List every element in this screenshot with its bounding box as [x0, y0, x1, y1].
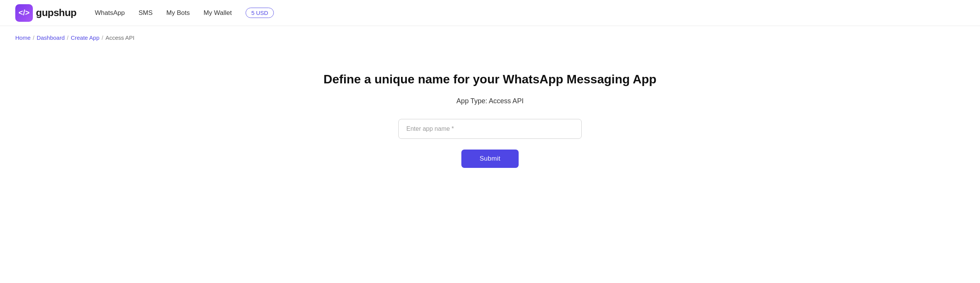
- logo-text: gupshup: [36, 7, 76, 19]
- app-type-label: App Type: Access API: [456, 97, 524, 105]
- breadcrumb-sep-2: /: [67, 35, 68, 41]
- wallet-badge[interactable]: 5 USD: [246, 8, 274, 18]
- logo-symbol: </>: [19, 8, 30, 17]
- breadcrumb-dashboard[interactable]: Dashboard: [37, 34, 65, 41]
- breadcrumb-create-app[interactable]: Create App: [71, 34, 99, 41]
- nav-links: WhatsApp SMS My Bots My Wallet 5 USD: [95, 8, 965, 18]
- navbar: </> gupshup WhatsApp SMS My Bots My Wall…: [0, 0, 980, 26]
- logo[interactable]: </> gupshup: [15, 4, 76, 22]
- app-name-input[interactable]: [398, 119, 582, 139]
- logo-icon: </>: [15, 4, 33, 22]
- breadcrumb-sep-1: /: [33, 35, 34, 41]
- nav-my-wallet[interactable]: My Wallet: [204, 9, 232, 17]
- breadcrumb-sep-3: /: [102, 35, 103, 41]
- breadcrumb: Home / Dashboard / Create App / Access A…: [0, 26, 980, 49]
- main-content: Define a unique name for your WhatsApp M…: [0, 49, 980, 183]
- breadcrumb-home[interactable]: Home: [15, 34, 31, 41]
- breadcrumb-access-api: Access API: [105, 34, 134, 41]
- submit-button[interactable]: Submit: [461, 150, 519, 168]
- page-title: Define a unique name for your WhatsApp M…: [323, 72, 657, 86]
- nav-sms[interactable]: SMS: [139, 9, 153, 17]
- nav-whatsapp[interactable]: WhatsApp: [95, 9, 125, 17]
- nav-my-bots[interactable]: My Bots: [167, 9, 190, 17]
